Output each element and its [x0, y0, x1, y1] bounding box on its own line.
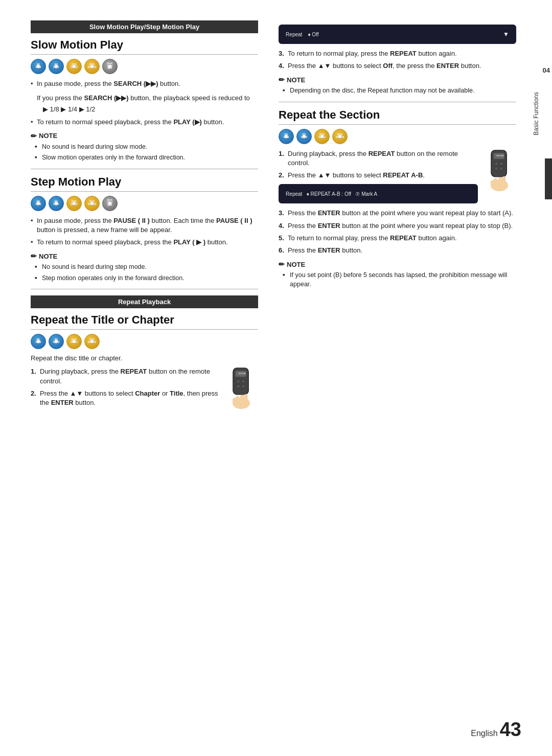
rs-step1: 1.During playback, press the REPEAT butt…	[279, 149, 516, 168]
repeat-title-section: Repeat Playback Repeat the Title or Chap…	[31, 295, 258, 407]
step-disc-bd-rom: BDROM	[31, 196, 46, 211]
disc-dvd-video: DVDVIDEO	[66, 59, 82, 74]
right-step4: 4.Press the ▲▼ buttons to select Off, th…	[279, 61, 516, 71]
right-note1-icon: ✏	[279, 76, 285, 84]
rs-note-icon: ✏	[279, 260, 285, 268]
rs-step2: 2.Press the ▲▼ buttons to select REPEAT …	[279, 171, 516, 180]
note-icon: ✏	[31, 132, 37, 140]
rs-disc-bd-re: BDRE/-R	[296, 129, 312, 144]
rs-step3: 3.Press the ENTER button at the point wh…	[279, 209, 516, 218]
right-note1: ✏ NOTE Depending on the disc, the Repeat…	[279, 76, 516, 96]
repeat-step2: 2.Press the ▲▼ buttons to select Chapter…	[31, 389, 258, 407]
repeat-section-note: ✏ NOTE If you set point (B) before 5 sec…	[279, 260, 516, 289]
repeat-step1: 1.During playback, press the REPEAT butt…	[31, 367, 258, 385]
right-note1-list: Depending on the disc, the Repeat functi…	[283, 86, 516, 96]
step-motion-disc-icons: BDROM BDRE/R DVDVIDEO DVD±RW/±R DivXMKVM…	[31, 196, 258, 211]
slow-motion-note: ✏ NOTE No sound is heard during slow mod…	[31, 132, 258, 163]
slow-motion-sub-text: If you press the SEARCH (▶▶) button, the…	[31, 94, 258, 103]
svg-rect-22	[491, 180, 494, 187]
step-motion-note-list: No sound is heard during step mode. Step…	[35, 263, 258, 283]
rs-step5: 5.To return to normal play, press the RE…	[279, 234, 516, 243]
slow-motion-note-item2: Slow motion operates only in the forward…	[35, 153, 258, 163]
step-motion-bullets: In pause mode, press the PAUSE ( II ) bu…	[31, 216, 258, 247]
disc-bd-re: BDRE/R	[49, 59, 64, 74]
right-step3: 3.To return to normal play, press the RE…	[279, 49, 516, 58]
step-motion-title: Step Motion Play	[31, 175, 258, 192]
screen-arrow: ▼	[503, 31, 509, 38]
repeat-playback-header-box: Repeat Playback	[31, 295, 258, 308]
footer-language: English	[471, 729, 497, 738]
step-motion-bullet1: In pause mode, press the PAUSE ( II ) bu…	[31, 216, 258, 235]
slow-motion-bullet2: To return to normal speed playback, pres…	[31, 118, 258, 127]
repeat-title-steps: REPEAT	[31, 367, 258, 407]
rs-note-item1: If you set point (B) before 5 seconds ha…	[283, 271, 516, 289]
repeat-disc-dvd-rw: DVD±RW/±R	[84, 334, 100, 349]
slow-motion-title: Slow Motion Play	[31, 38, 258, 55]
rs-note-title: ✏ NOTE	[279, 260, 516, 268]
right-column: Repeat ♦ Off ▼ 3.To return to normal pla…	[273, 20, 516, 736]
page-container: 04 Basic Functions Slow Motion Play/Step…	[0, 0, 552, 756]
side-tab: 04 Basic Functions	[531, 0, 552, 756]
repeat-section: Repeat the Section BDROM BDRE/-R DVDVIDE…	[279, 108, 516, 289]
screen-ab-text: Repeat ♦ REPEAT A-B : Off ⑦ Mark A	[286, 191, 471, 197]
divider1	[31, 169, 258, 169]
repeat-title-num-list: 1.During playback, press the REPEAT butt…	[31, 367, 258, 407]
repeat-title-disc-icons: BDROM BDRE/-R DVDVIDEO DVD±RW/±R	[31, 334, 258, 349]
repeat-section-steps2-list: 3.Press the ENTER button at the point wh…	[279, 209, 516, 255]
step-note-icon: ✏	[31, 252, 37, 260]
screen-repeat-label: Repeat ♦ Off	[286, 32, 498, 37]
rs-disc-bd-rom: BDROM	[279, 129, 294, 144]
footer: English 43	[471, 719, 521, 741]
slow-motion-note-item1: No sound is heard during slow mode.	[35, 143, 258, 152]
screen-mock-top: Repeat ♦ Off ▼	[279, 25, 516, 44]
chapter-number: 04	[543, 66, 550, 74]
slow-motion-note-list: No sound is heard during slow mode. Slow…	[35, 143, 258, 163]
repeat-intro: Repeat the disc title or chapter.	[31, 354, 258, 362]
step-disc-dv-mp4: DivXMKVMP4	[102, 196, 118, 211]
disc-dv-mp4: DivXMKVMP4	[102, 59, 118, 74]
repeat-section-disc-icons: BDROM BDRE/-R DVDVIDEO DVD±RW/±R	[279, 129, 516, 144]
slow-motion-bullets: In pause mode, press the SEARCH (▶▶) but…	[31, 79, 258, 88]
rs-disc-dvd-video: DVDVIDEO	[314, 129, 330, 144]
repeat-disc-bd-re: BDRE/-R	[49, 334, 64, 349]
main-content: Slow Motion Play/Step Motion Play Slow M…	[0, 0, 532, 756]
repeat-title-heading: Repeat the Title or Chapter	[31, 313, 258, 330]
slow-motion-section: Slow Motion Play/Step Motion Play Slow M…	[31, 20, 258, 163]
chapter-title: Basic Functions	[533, 92, 552, 135]
side-tab-bar	[545, 158, 552, 199]
slow-motion-header-box: Slow Motion Play/Step Motion Play	[31, 20, 258, 33]
repeat-disc-dvd-video: DVDVIDEO	[66, 334, 82, 349]
slow-motion-bullet2-list: To return to normal speed playback, pres…	[31, 118, 258, 127]
repeat-section-title: Repeat the Section	[279, 108, 516, 125]
slow-motion-note-title: ✏ NOTE	[31, 132, 258, 140]
rs-step6: 6.Press the ENTER button.	[279, 246, 516, 255]
repeat-disc-bd-rom: BDROM	[31, 334, 46, 349]
left-column: Slow Motion Play/Step Motion Play Slow M…	[31, 20, 273, 736]
step-disc-dvd-rw: DVD±RW/±R	[84, 196, 100, 211]
divider3	[279, 102, 516, 102]
rs-note-list: If you set point (B) before 5 seconds ha…	[283, 271, 516, 289]
rs-step4: 4.Press the ENTER button at the point wh…	[279, 221, 516, 231]
step-motion-bullet2: To return to normal speed playback, pres…	[31, 238, 258, 247]
right-steps-continued: 3.To return to normal play, press the RE…	[279, 49, 516, 71]
step-motion-section: Step Motion Play BDROM BDRE/R DVDVIDEO D…	[31, 175, 258, 283]
repeat-section-steps1: REPEAT 1.During p	[279, 149, 516, 180]
disc-dvd-rw: DVD±RW/±R	[84, 59, 100, 74]
disc-bd-rom: BDROM	[31, 59, 46, 74]
footer-page-number: 43	[500, 719, 521, 741]
step-disc-bd-re: BDRE/R	[49, 196, 64, 211]
step-motion-note: ✏ NOTE No sound is heard during step mod…	[31, 252, 258, 283]
repeat-section-steps-list: 1.During playback, press the REPEAT butt…	[279, 149, 516, 180]
screen-mock-ab: Repeat ♦ REPEAT A-B : Off ⑦ Mark A	[279, 184, 478, 203]
step-motion-note-item1: No sound is heard during step mode.	[35, 263, 258, 272]
slow-motion-bullet1: In pause mode, press the SEARCH (▶▶) but…	[31, 79, 258, 88]
slow-motion-speed: ▶ 1/8 ▶ 1/4 ▶ 1/2	[31, 105, 258, 114]
rs-disc-dvd-rw: DVD±RW/±R	[332, 129, 348, 144]
step-motion-note-title: ✏ NOTE	[31, 252, 258, 260]
right-note1-item1: Depending on the disc, the Repeat functi…	[283, 86, 516, 96]
slow-motion-disc-icons: BDROM BDRE/R DVDVIDEO DVD±RW/±R DivXMKVM…	[31, 59, 258, 74]
right-note1-title: ✏ NOTE	[279, 76, 516, 84]
divider2	[31, 289, 258, 289]
step-motion-note-item2: Step motion operates only in the forward…	[35, 274, 258, 283]
step-disc-dvd-video: DVDVIDEO	[66, 196, 82, 211]
